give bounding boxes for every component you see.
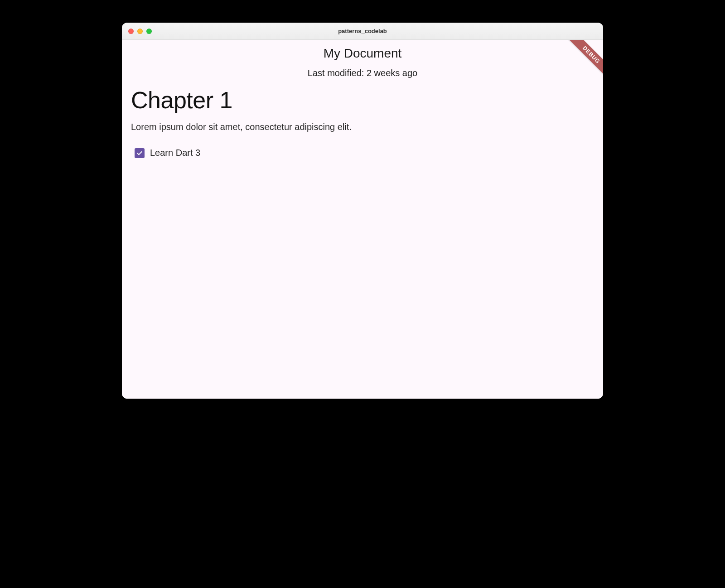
last-modified-text: Last modified: 2 weeks ago [122,68,603,78]
content-area: Chapter 1 Lorem ipsum dolor sit amet, co… [122,78,603,158]
maximize-button[interactable] [146,29,152,34]
check-icon [136,149,143,157]
minimize-button[interactable] [137,29,143,34]
titlebar[interactable]: patterns_codelab [122,23,603,40]
page-title: My Document [122,46,603,61]
window-title: patterns_codelab [122,28,603,34]
close-button[interactable] [128,29,134,34]
paragraph-text: Lorem ipsum dolor sit amet, consectetur … [131,122,594,132]
checkbox-label: Learn Dart 3 [150,148,200,158]
heading-chapter: Chapter 1 [131,87,594,114]
checkbox-input[interactable] [135,148,145,158]
app-body: DEBUG My Document Last modified: 2 weeks… [122,40,603,399]
appbar: My Document [122,40,603,61]
traffic-lights [122,29,152,34]
checkbox-list-item[interactable]: Learn Dart 3 [131,148,594,158]
app-window: patterns_codelab DEBUG My Document Last … [122,23,603,399]
